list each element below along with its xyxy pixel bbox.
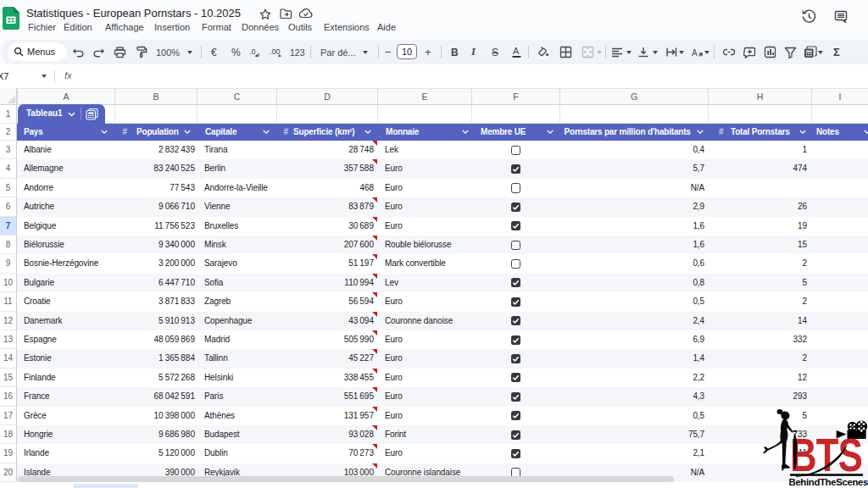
svg-text:A: A bbox=[692, 48, 698, 58]
svg-text:BTS: BTS bbox=[790, 429, 862, 481]
svg-text:.0: .0 bbox=[249, 47, 256, 56]
svg-text:.00: .00 bbox=[270, 47, 281, 56]
svg-text:A: A bbox=[513, 46, 520, 56]
svg-text:BehindTheScenes: BehindTheScenes bbox=[789, 477, 868, 487]
